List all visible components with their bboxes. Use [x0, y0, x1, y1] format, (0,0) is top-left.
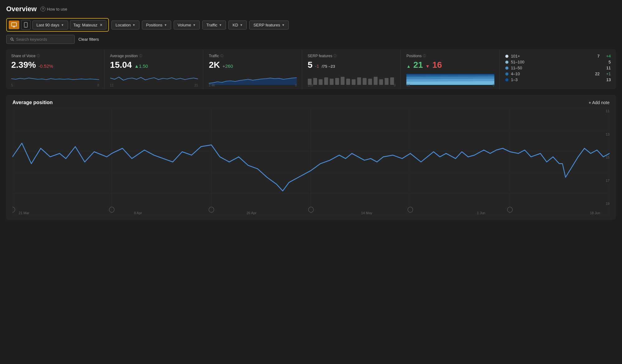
position-range-label: 4–10 [511, 71, 591, 76]
clear-filters-button[interactable]: Clear filters [78, 37, 99, 42]
position-count: 7 [593, 54, 600, 58]
info-icon[interactable]: ⓘ [423, 54, 426, 58]
svg-rect-21 [390, 77, 394, 85]
help-icon: ? [40, 7, 45, 12]
position-dot [505, 61, 508, 64]
svg-rect-7 [313, 78, 317, 85]
svg-marker-5 [209, 78, 297, 85]
location-button[interactable]: Location ▼ [111, 21, 139, 30]
chevron-down-icon: ▼ [282, 23, 285, 27]
position-dot [505, 67, 508, 70]
desktop-icon [11, 22, 17, 27]
serp-features-card: SERP features ⓘ 5 -1 /75 –23 [303, 49, 401, 89]
search-row: Clear filters [6, 35, 616, 44]
positions-mini-chart: 63 0 [406, 72, 494, 85]
position-range-label: 51–100 [511, 60, 602, 64]
serp-features-button[interactable]: SERP features ▼ [249, 21, 289, 30]
traffic-filter-label: Traffic [206, 23, 217, 27]
mobile-device-button[interactable] [21, 20, 30, 30]
svg-rect-20 [385, 78, 388, 85]
y-label-19: 19 [606, 202, 610, 205]
volume-button[interactable]: Volume ▼ [174, 21, 200, 30]
share-of-voice-delta: -0.52% [38, 63, 53, 69]
svg-rect-8 [319, 79, 322, 85]
traffic-button[interactable]: Traffic ▼ [202, 21, 226, 30]
position-count: 22 [593, 71, 600, 76]
main-chart-title: Average position [12, 100, 53, 105]
info-icon[interactable]: ⓘ [37, 54, 40, 58]
desktop-device-button[interactable] [9, 21, 19, 29]
svg-point-40 [12, 207, 15, 213]
positions-metric-label: Positions ⓘ [406, 54, 494, 58]
x-label-mar21: 21 Mar [19, 211, 29, 215]
position-dot [505, 78, 508, 81]
positions-filter-label: Positions [146, 23, 162, 27]
serp-features-label: SERP features ⓘ [308, 54, 396, 58]
traffic-chart: 2.4K 0 [209, 72, 297, 85]
volume-label: Volume [178, 23, 191, 27]
average-position-label: Average position ⓘ [110, 54, 198, 58]
positions-y-min: 0 [493, 84, 494, 87]
add-note-button[interactable]: + Add note [589, 100, 610, 105]
positions-y-max: 63 [406, 84, 410, 87]
info-icon[interactable]: ⓘ [139, 54, 142, 58]
position-delta: +1 [602, 71, 611, 76]
share-of-voice-value: 2.39% -0.52% [11, 60, 99, 70]
serp-features-value: 5 -1 /75 –23 [308, 60, 396, 70]
how-to-use-label: How to use [47, 7, 67, 12]
y-label-15: 15 [606, 155, 610, 159]
chevron-down-icon: ▼ [219, 23, 222, 27]
position-range-label: 101+ [511, 54, 591, 58]
chevron-down-icon: ▼ [193, 23, 196, 27]
metrics-row: Share of Voice ⓘ 2.39% -0.52% 5 0 Averag… [6, 49, 616, 89]
share-of-voice-card: Share of Voice ⓘ 2.39% -0.52% 5 0 [6, 49, 105, 89]
position-range-label: 11–50 [511, 66, 602, 70]
date-range-button[interactable]: Last 90 days ▼ [32, 21, 68, 30]
y-label-11: 11 [606, 109, 610, 113]
positions-legend-item: 51–1005 [505, 60, 611, 64]
position-count: 11 [605, 66, 611, 70]
page-header: Overview ? How to use [6, 5, 616, 13]
info-icon[interactable]: ⓘ [334, 54, 337, 58]
positions-metric-value: ▲ 21 ▼ 16 [406, 60, 494, 70]
mobile-icon [24, 22, 28, 28]
svg-rect-19 [379, 79, 383, 85]
avg-pos-y-min: 21 [194, 84, 198, 87]
svg-line-4 [13, 40, 14, 41]
x-label-apr26: 26 Apr [246, 211, 256, 215]
how-to-use-link[interactable]: ? How to use [40, 7, 67, 12]
x-label-jun18: 18 Jun [590, 211, 600, 215]
search-input[interactable] [16, 37, 71, 42]
serp-y-max: 120 [308, 84, 313, 87]
main-chart-section: Average position + Add note [6, 95, 616, 220]
search-icon [10, 37, 14, 41]
info-icon[interactable]: ⓘ [220, 54, 223, 58]
serp-features-secondary: /75 –23 [322, 64, 335, 69]
positions-down-value: 16 [432, 60, 442, 70]
svg-rect-13 [346, 79, 350, 85]
share-of-voice-label: Share of Voice ⓘ [11, 54, 99, 58]
serp-features-chart: 120 0 [308, 72, 396, 85]
location-label: Location [115, 23, 131, 27]
kd-button[interactable]: KD ▼ [228, 21, 247, 30]
toolbar: Last 90 days ▼ Tag: Mateusz × Location ▼… [6, 18, 616, 32]
positions-legend: 101+7+451–100511–50114–1022+11–313 [505, 54, 611, 83]
share-of-voice-chart: 5 0 [11, 72, 99, 85]
main-chart-svg [12, 109, 610, 215]
serp-features-delta: -1 [315, 63, 319, 69]
y-label-17: 17 [606, 179, 610, 182]
search-input-wrap [6, 35, 75, 44]
svg-rect-11 [335, 78, 339, 85]
position-dot [505, 72, 508, 76]
x-label-jun1: 1 Jun [477, 211, 485, 215]
serp-features-label: SERP features [253, 23, 280, 27]
svg-rect-12 [341, 77, 344, 85]
average-position-value: 15.04 ▲1.50 [110, 60, 198, 70]
chevron-down-icon: ▼ [132, 23, 135, 27]
tag-close-button[interactable]: × [99, 22, 103, 27]
position-count: 13 [605, 77, 611, 82]
date-range-label: Last 90 days [36, 23, 59, 27]
add-note-label: + Add note [589, 100, 610, 105]
positions-legend-item: 101+7+4 [505, 54, 611, 58]
positions-filter-button[interactable]: Positions ▼ [142, 21, 171, 30]
